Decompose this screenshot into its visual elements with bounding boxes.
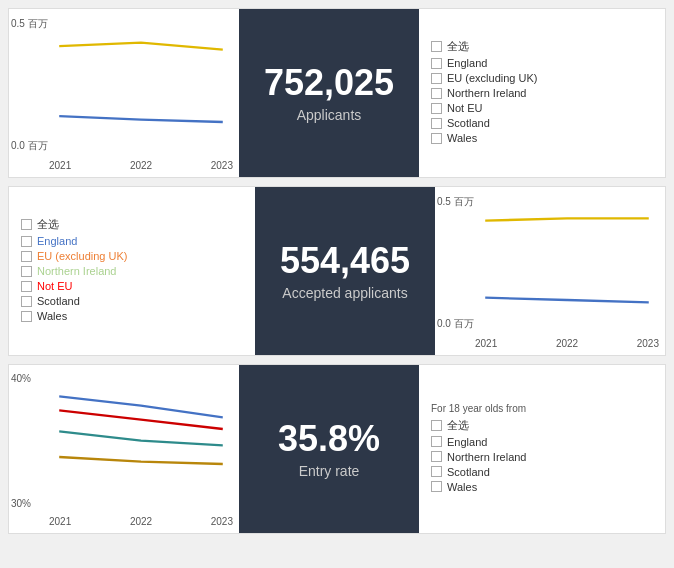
- checkbox-england-3[interactable]: [431, 436, 442, 447]
- checkbox-wales-1[interactable]: [431, 133, 442, 144]
- x-labels-2: 2021 2022 2023: [475, 338, 659, 349]
- y-bottom-label-3: 30%: [11, 498, 31, 509]
- legend-item-eu-1[interactable]: EU (excluding UK): [431, 72, 653, 84]
- legend-label-all-2: 全选: [37, 217, 59, 232]
- legend-item-england-1[interactable]: England: [431, 57, 653, 69]
- legend-label-wales-2: Wales: [37, 310, 67, 322]
- center-panel-applicants: 752,025 Applicants: [239, 9, 419, 177]
- metric-label-accepted: Accepted applicants: [282, 285, 407, 301]
- legend-label-ni-2: Northern Ireland: [37, 265, 117, 277]
- line-chart-1: [49, 17, 233, 157]
- checkbox-england-2[interactable]: [21, 236, 32, 247]
- legend-label-wales-3: Wales: [447, 481, 477, 493]
- legend-label-noteu-1: Not EU: [447, 102, 482, 114]
- checkbox-wales-2[interactable]: [21, 311, 32, 322]
- legend-item-scotland-1[interactable]: Scotland: [431, 117, 653, 129]
- legend-label-scotland-1: Scotland: [447, 117, 490, 129]
- legend-label-scotland-2: Scotland: [37, 295, 80, 307]
- legend-item-all-2[interactable]: 全选: [21, 217, 243, 232]
- big-number-applicants: 752,025: [264, 63, 394, 103]
- big-number-entry: 35.8%: [278, 419, 380, 459]
- line-chart-3: [49, 373, 233, 513]
- line-chart-2: [475, 195, 659, 335]
- checkbox-eu-2[interactable]: [21, 251, 32, 262]
- checkbox-scotland-3[interactable]: [431, 466, 442, 477]
- checkbox-all-2[interactable]: [21, 219, 32, 230]
- card-accepted: 全选 England EU (excluding UK) Northern Ir…: [8, 186, 666, 356]
- legend-label-ni-1: Northern Ireland: [447, 87, 527, 99]
- legend-label-ni-3: Northern Ireland: [447, 451, 527, 463]
- checkbox-all-3[interactable]: [431, 420, 442, 431]
- x-label-2021-1: 2021: [49, 160, 71, 171]
- legend-item-ni-3[interactable]: Northern Ireland: [431, 451, 653, 463]
- legend-item-scotland-3[interactable]: Scotland: [431, 466, 653, 478]
- big-number-accepted: 554,465: [280, 241, 410, 281]
- legend-label-scotland-3: Scotland: [447, 466, 490, 478]
- x-label-2022-1: 2022: [130, 160, 152, 171]
- legend-entry-rate: For 18 year olds from 全选 England Norther…: [419, 365, 665, 533]
- legend-item-scotland-2[interactable]: Scotland: [21, 295, 243, 307]
- legend-title-3: For 18 year olds from: [431, 403, 653, 414]
- legend-item-noteu-1[interactable]: Not EU: [431, 102, 653, 114]
- metric-label-applicants: Applicants: [297, 107, 362, 123]
- x-labels-1: 2021 2022 2023: [49, 160, 233, 171]
- legend-item-all-1[interactable]: 全选: [431, 39, 653, 54]
- chart-entry-rate: 40% 30% 2021 2022 2023: [9, 365, 239, 533]
- checkbox-wales-3[interactable]: [431, 481, 442, 492]
- y-top-label-2: 0.5 百万: [437, 195, 474, 209]
- legend-label-all-1: 全选: [447, 39, 469, 54]
- center-panel-accepted: 554,465 Accepted applicants: [255, 187, 435, 355]
- metric-label-entry: Entry rate: [299, 463, 360, 479]
- legend-label-england-2: England: [37, 235, 77, 247]
- legend-item-noteu-2[interactable]: Not EU: [21, 280, 243, 292]
- checkbox-ni-3[interactable]: [431, 451, 442, 462]
- checkbox-ni-1[interactable]: [431, 88, 442, 99]
- legend-label-eu-2: EU (excluding UK): [37, 250, 127, 262]
- legend-item-ni-2[interactable]: Northern Ireland: [21, 265, 243, 277]
- checkbox-scotland-1[interactable]: [431, 118, 442, 129]
- chart-applicants: 0.5 百万 0.0 百万 2021 2022 2023: [9, 9, 239, 177]
- x-label-2021-3: 2021: [49, 516, 71, 527]
- card-applicants: 0.5 百万 0.0 百万 2021 2022 2023 752,025 App…: [8, 8, 666, 178]
- checkbox-noteu-2[interactable]: [21, 281, 32, 292]
- checkbox-noteu-1[interactable]: [431, 103, 442, 114]
- legend-label-noteu-2: Not EU: [37, 280, 72, 292]
- legend-label-eu-1: EU (excluding UK): [447, 72, 537, 84]
- checkbox-all-1[interactable]: [431, 41, 442, 52]
- x-label-2023-3: 2023: [211, 516, 233, 527]
- legend-item-wales-2[interactable]: Wales: [21, 310, 243, 322]
- x-label-2023-2: 2023: [637, 338, 659, 349]
- legend-item-wales-1[interactable]: Wales: [431, 132, 653, 144]
- legend-item-wales-3[interactable]: Wales: [431, 481, 653, 493]
- checkbox-england-1[interactable]: [431, 58, 442, 69]
- legend-label-england-1: England: [447, 57, 487, 69]
- legend-label-wales-1: Wales: [447, 132, 477, 144]
- card-entry-rate: 40% 30% 2021 2022 2023 35.8% Entry rate …: [8, 364, 666, 534]
- y-top-label-1: 0.5 百万: [11, 17, 48, 31]
- y-bottom-label-1: 0.0 百万: [11, 139, 48, 153]
- y-top-label-3: 40%: [11, 373, 31, 384]
- legend-item-england-3[interactable]: England: [431, 436, 653, 448]
- legend-applicants: 全选 England EU (excluding UK) Northern Ir…: [419, 9, 665, 177]
- center-panel-entry: 35.8% Entry rate: [239, 365, 419, 533]
- legend-item-ni-1[interactable]: Northern Ireland: [431, 87, 653, 99]
- chart-accepted: 0.5 百万 0.0 百万 2021 2022 2023: [435, 187, 665, 355]
- legend-accepted: 全选 England EU (excluding UK) Northern Ir…: [9, 187, 255, 355]
- x-label-2023-1: 2023: [211, 160, 233, 171]
- legend-item-eu-2[interactable]: EU (excluding UK): [21, 250, 243, 262]
- y-bottom-label-2: 0.0 百万: [437, 317, 474, 331]
- checkbox-ni-2[interactable]: [21, 266, 32, 277]
- legend-label-all-3: 全选: [447, 418, 469, 433]
- checkbox-eu-1[interactable]: [431, 73, 442, 84]
- x-label-2022-3: 2022: [130, 516, 152, 527]
- legend-item-all-3[interactable]: 全选: [431, 418, 653, 433]
- legend-item-england-2[interactable]: England: [21, 235, 243, 247]
- checkbox-scotland-2[interactable]: [21, 296, 32, 307]
- x-label-2022-2: 2022: [556, 338, 578, 349]
- x-labels-3: 2021 2022 2023: [49, 516, 233, 527]
- legend-label-england-3: England: [447, 436, 487, 448]
- x-label-2021-2: 2021: [475, 338, 497, 349]
